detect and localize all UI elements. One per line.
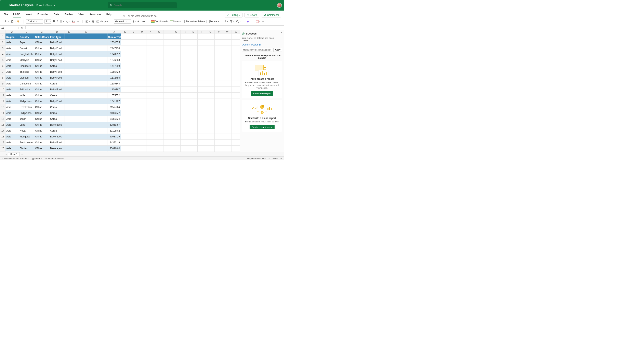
cell[interactable] xyxy=(82,98,90,104)
cell[interactable]: Offline xyxy=(34,152,49,152)
cell[interactable] xyxy=(232,128,240,134)
cell[interactable] xyxy=(232,104,240,110)
cell[interactable] xyxy=(215,40,223,46)
zoom-in[interactable]: ＋ xyxy=(280,157,282,160)
border-button[interactable] xyxy=(59,20,64,23)
cell[interactable] xyxy=(172,87,181,92)
cell[interactable] xyxy=(232,152,240,152)
cell[interactable] xyxy=(73,51,82,57)
paste-button[interactable] xyxy=(11,20,16,23)
cell[interactable]: Baby Food xyxy=(49,98,65,104)
cell[interactable] xyxy=(155,33,163,40)
cell[interactable] xyxy=(129,69,138,75)
cell[interactable] xyxy=(73,146,82,152)
cell[interactable] xyxy=(155,92,163,98)
cell[interactable] xyxy=(206,152,215,152)
cell[interactable] xyxy=(155,51,163,57)
cell[interactable] xyxy=(99,57,108,63)
cell[interactable] xyxy=(90,92,99,98)
cell[interactable] xyxy=(172,75,181,81)
cell[interactable]: Online xyxy=(34,98,49,104)
cell[interactable] xyxy=(172,46,181,51)
cell[interactable] xyxy=(198,40,206,46)
cell[interactable] xyxy=(82,46,90,51)
cell[interactable] xyxy=(215,104,223,110)
cell[interactable] xyxy=(232,146,240,152)
col-header-Q[interactable]: Q xyxy=(172,30,181,33)
italic-button[interactable]: I xyxy=(57,20,58,23)
cell[interactable] xyxy=(146,98,155,104)
row-header[interactable]: 10 xyxy=(0,87,5,92)
cell[interactable] xyxy=(198,134,206,140)
cell[interactable] xyxy=(73,128,82,134)
cell[interactable] xyxy=(215,110,223,116)
cell[interactable] xyxy=(172,134,181,140)
cell[interactable] xyxy=(181,69,189,75)
cell[interactable] xyxy=(181,98,189,104)
cell[interactable] xyxy=(82,63,90,69)
cell[interactable]: Asia xyxy=(5,75,19,81)
cell[interactable] xyxy=(155,128,163,134)
col-header-M[interactable]: M xyxy=(138,30,146,33)
cell[interactable] xyxy=(99,69,108,75)
cell[interactable] xyxy=(129,110,138,116)
cell[interactable]: Online xyxy=(34,63,49,69)
cell[interactable]: Baby Food xyxy=(49,87,65,92)
cell[interactable] xyxy=(189,104,198,110)
cell[interactable] xyxy=(215,116,223,122)
cell[interactable] xyxy=(223,51,232,57)
cell[interactable] xyxy=(90,110,99,116)
cell[interactable]: Baby Food xyxy=(49,46,65,51)
cell[interactable] xyxy=(163,63,172,69)
cell[interactable] xyxy=(198,92,206,98)
cell[interactable] xyxy=(223,63,232,69)
cell[interactable]: Asia xyxy=(5,128,19,134)
cell[interactable] xyxy=(206,69,215,75)
cell[interactable] xyxy=(163,134,172,140)
cell[interactable] xyxy=(99,152,108,152)
cell[interactable] xyxy=(155,134,163,140)
cell[interactable] xyxy=(65,75,73,81)
cell[interactable]: Asia xyxy=(5,46,19,51)
cell[interactable] xyxy=(129,140,138,146)
cell[interactable] xyxy=(232,134,240,140)
fill-color-button[interactable] xyxy=(66,20,70,23)
cell[interactable] xyxy=(99,81,108,87)
col-header-S[interactable]: S xyxy=(189,30,198,33)
cell[interactable] xyxy=(223,140,232,146)
cell[interactable] xyxy=(73,110,82,116)
cell[interactable] xyxy=(163,75,172,81)
cell[interactable]: Baby Food xyxy=(49,140,65,146)
cell[interactable]: Japan xyxy=(19,40,34,46)
cell[interactable] xyxy=(206,110,215,116)
cell[interactable] xyxy=(129,51,138,57)
menu-data[interactable]: Data xyxy=(53,12,60,17)
cell[interactable] xyxy=(138,122,146,128)
cell[interactable] xyxy=(181,104,189,110)
workbook-name[interactable]: Book 1 - Saved xyxy=(36,4,55,7)
cell[interactable]: Online xyxy=(34,140,49,146)
cell[interactable]: Cereal xyxy=(49,128,65,134)
cell[interactable]: Thailand xyxy=(19,69,34,75)
cell[interactable]: Beverages xyxy=(49,146,65,152)
col-header-O[interactable]: O xyxy=(155,30,163,33)
cell[interactable] xyxy=(223,69,232,75)
cell[interactable] xyxy=(232,92,240,98)
col-header-L[interactable]: L xyxy=(129,30,138,33)
cell[interactable] xyxy=(65,98,73,104)
cell[interactable] xyxy=(146,104,155,110)
cell[interactable] xyxy=(99,146,108,152)
cell[interactable] xyxy=(232,98,240,104)
cell[interactable] xyxy=(73,152,82,152)
row-header[interactable]: 11 xyxy=(0,92,5,98)
cell[interactable]: Brunei xyxy=(19,46,34,51)
name-box[interactable]: A1 xyxy=(0,27,19,29)
menu-formulas[interactable]: Formulas xyxy=(37,12,49,17)
styles-button[interactable]: Styles xyxy=(170,20,181,23)
cell[interactable]: Laos xyxy=(19,122,34,128)
cell[interactable] xyxy=(172,63,181,69)
cell[interactable] xyxy=(223,104,232,110)
cell[interactable] xyxy=(198,75,206,81)
cell[interactable] xyxy=(121,134,129,140)
cell[interactable] xyxy=(163,116,172,122)
